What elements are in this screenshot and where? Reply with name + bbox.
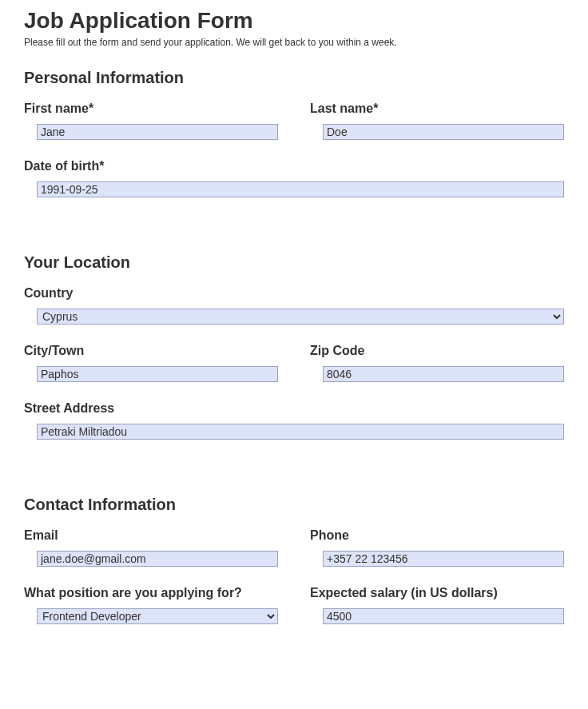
- last-name-label: Last name*: [310, 102, 564, 116]
- zip-input[interactable]: [323, 366, 564, 382]
- dob-label: Date of birth*: [24, 159, 564, 173]
- position-label: What position are you applying for?: [24, 586, 278, 600]
- city-label: City/Town: [24, 344, 278, 358]
- zip-label: Zip Code: [310, 344, 564, 358]
- page-title: Job Application Form: [24, 8, 564, 34]
- first-name-label: First name*: [24, 102, 278, 116]
- section-heading-personal: Personal Information: [24, 69, 564, 87]
- dob-input[interactable]: [37, 181, 564, 197]
- country-label: Country: [24, 286, 564, 301]
- phone-input[interactable]: [323, 551, 564, 567]
- first-name-input[interactable]: [37, 124, 278, 140]
- country-select[interactable]: Cyprus: [37, 309, 564, 325]
- phone-label: Phone: [310, 528, 564, 543]
- email-label: Email: [24, 528, 278, 543]
- street-input[interactable]: [37, 424, 564, 440]
- section-heading-location: Your Location: [24, 253, 564, 272]
- page-subtitle: Please fill out the form and send your a…: [24, 37, 564, 48]
- salary-input[interactable]: [323, 608, 564, 624]
- email-input[interactable]: [37, 551, 278, 567]
- salary-label: Expected salary (in US dollars): [310, 586, 564, 600]
- last-name-input[interactable]: [323, 124, 564, 140]
- position-select[interactable]: Frontend Developer: [37, 608, 278, 624]
- section-heading-contact: Contact Information: [24, 496, 564, 514]
- city-input[interactable]: [37, 366, 278, 382]
- street-label: Street Address: [24, 401, 564, 416]
